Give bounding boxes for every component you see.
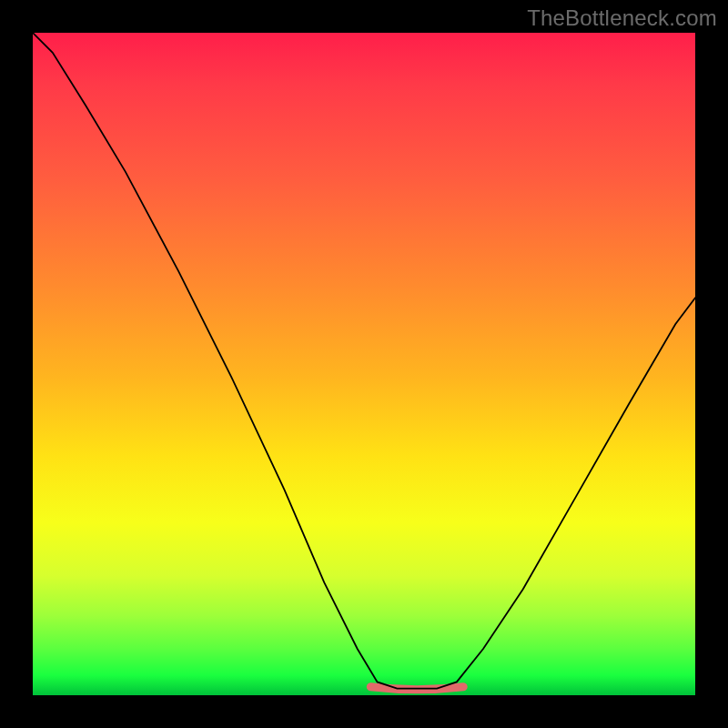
watermark-text: TheBottleneck.com (527, 5, 717, 31)
plot-area (33, 33, 695, 695)
bottleneck-curve (33, 33, 695, 689)
highlight-floor (370, 687, 463, 690)
curve-layer (33, 33, 695, 695)
chart-frame: TheBottleneck.com (0, 0, 728, 728)
